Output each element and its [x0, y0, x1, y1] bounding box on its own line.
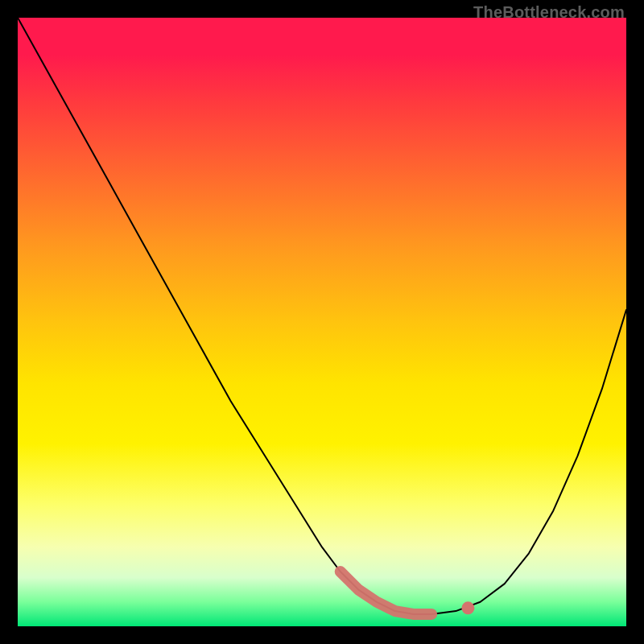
optimal-range-highlight	[341, 572, 431, 614]
curve-svg	[18, 18, 626, 626]
highlight-dot	[461, 601, 474, 614]
bottleneck-curve	[18, 18, 626, 614]
chart-frame: TheBottleneck.com	[0, 0, 644, 644]
plot-area	[18, 18, 626, 626]
